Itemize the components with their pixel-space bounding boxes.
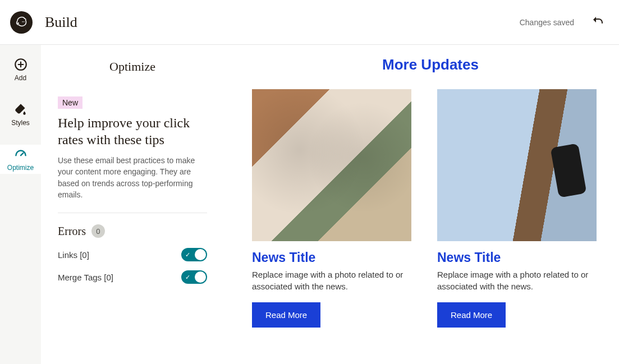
news-card[interactable]: News Title Replace image with a photo re… [252,89,415,328]
left-rail: Add Styles Optimize [0,45,41,364]
divider [58,213,207,213]
errors-count-badge: 0 [91,224,105,238]
tips-heading: Help improve your click rates with these… [58,114,207,148]
mailchimp-icon [13,15,29,30]
plus-circle-icon [13,57,28,72]
save-status: Changes saved [520,18,574,27]
gauge-icon [13,147,28,162]
brand-logo[interactable] [10,11,33,34]
rail-label: Styles [11,119,30,127]
svg-point-2 [24,21,25,22]
read-more-button[interactable]: Read More [252,302,320,328]
panel-title: Optimize [58,59,207,74]
top-bar: Build Changes saved [0,0,619,45]
undo-icon [591,15,604,28]
top-bar-right: Changes saved [520,15,604,30]
news-card[interactable]: News Title Replace image with a photo re… [437,89,600,328]
check-icon: ✓ [185,251,190,259]
top-bar-left: Build [10,11,77,34]
email-canvas[interactable]: More Updates News Title Replace image wi… [224,45,619,364]
tips-description: Use these email best practices to make y… [58,155,207,200]
news-description: Replace image with a photo related to or… [252,269,415,292]
check-icon: ✓ [185,274,190,281]
news-image-placeholder[interactable] [252,89,411,241]
paint-icon [13,102,28,117]
undo-button[interactable] [591,15,604,30]
toggle-links[interactable]: ✓ [181,248,207,261]
rail-item-add[interactable]: Add [0,55,41,84]
rail-label: Optimize [7,164,34,172]
optimize-panel: Optimize New Help improve your click rat… [41,45,224,364]
toggle-knob [195,249,206,260]
rail-item-optimize[interactable]: Optimize [0,145,41,174]
section-heading: More Updates [252,56,609,73]
toggle-knob [195,271,206,283]
news-grid: News Title Replace image with a photo re… [252,89,609,328]
errors-label: Errors [58,225,86,238]
check-label: Links [0] [58,250,89,260]
svg-point-1 [22,21,23,22]
svg-point-3 [17,22,19,24]
check-row-links: Links [0] ✓ [58,248,207,261]
rail-label: Add [15,74,26,82]
read-more-button[interactable]: Read More [437,302,506,328]
rail-item-styles[interactable]: Styles [0,100,41,129]
toggle-merge-tags[interactable]: ✓ [181,270,207,284]
main-area: Add Styles Optimize Optimize New Help im… [0,45,619,364]
check-label: Merge Tags [0] [58,273,113,282]
errors-heading: Errors 0 [58,224,207,238]
page-title: Build [45,14,77,31]
news-description: Replace image with a photo related to or… [437,269,600,292]
new-badge: New [58,96,82,109]
news-title: News Title [252,250,415,265]
news-image-placeholder[interactable] [437,89,597,241]
check-row-merge-tags: Merge Tags [0] ✓ [58,270,207,284]
news-title: News Title [437,250,600,265]
